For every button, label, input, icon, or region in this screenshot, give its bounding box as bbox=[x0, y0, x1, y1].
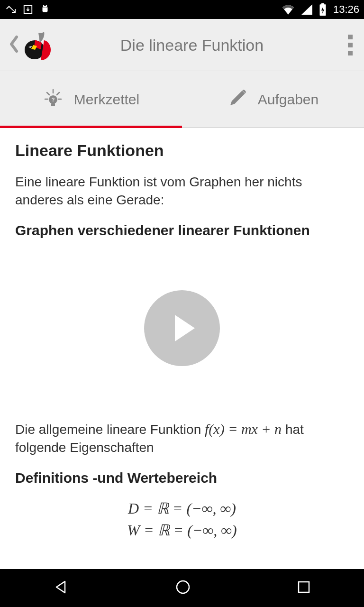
tab-merkzettel[interactable]: ? Merkzettel bbox=[0, 71, 182, 128]
formula-general: f(x) = mx + n bbox=[205, 421, 282, 437]
svg-line-15 bbox=[47, 92, 49, 95]
svg-line-16 bbox=[57, 92, 59, 95]
page-title: Die lineare Funktion bbox=[36, 36, 348, 55]
heading-domain-range: Definitions -und Wertebereich bbox=[15, 470, 349, 486]
general-function-paragraph: Die allgemeine lineare Funktion f(x) = m… bbox=[15, 420, 349, 457]
formula-range: W = ℝ = (−∞, ∞) bbox=[15, 519, 349, 541]
formula-domain-range: D = ℝ = (−∞, ∞) W = ℝ = (−∞, ∞) bbox=[15, 497, 349, 542]
tab-aufgaben[interactable]: Aufgaben bbox=[182, 71, 364, 128]
svg-text:?: ? bbox=[51, 97, 55, 102]
nav-recent-button[interactable] bbox=[295, 579, 312, 598]
video-placeholder bbox=[15, 250, 349, 406]
nav-home-button[interactable] bbox=[173, 578, 192, 598]
tab-label: Merkzettel bbox=[74, 92, 139, 108]
heading-graphs: Graphen verschiedener linearer Funktione… bbox=[15, 222, 349, 239]
lightbulb-icon: ? bbox=[43, 88, 64, 112]
pencil-icon bbox=[228, 88, 247, 111]
overflow-menu-button[interactable] bbox=[348, 35, 355, 55]
content-area[interactable]: Lineare Funktionen Eine lineare Funktion… bbox=[0, 128, 364, 569]
text-segment: Die allgemeine lineare Funktion bbox=[15, 422, 205, 437]
app-bar: Die lineare Funktion bbox=[0, 19, 364, 71]
svg-point-5 bbox=[44, 7, 45, 8]
svg-point-6 bbox=[46, 7, 46, 8]
nav-back-button[interactable] bbox=[52, 578, 71, 598]
play-button[interactable] bbox=[144, 290, 220, 366]
svg-rect-8 bbox=[321, 3, 325, 5]
wifi-icon bbox=[282, 4, 294, 15]
intro-paragraph: Eine lineare Funktion ist vom Graphen he… bbox=[15, 173, 349, 209]
svg-marker-20 bbox=[175, 315, 195, 341]
svg-marker-21 bbox=[56, 581, 65, 593]
svg-rect-13 bbox=[51, 103, 55, 106]
svg-point-22 bbox=[177, 581, 189, 593]
battery-charging-icon bbox=[319, 3, 327, 16]
heading-main: Lineare Funktionen bbox=[15, 141, 349, 160]
formula-domain: D = ℝ = (−∞, ∞) bbox=[15, 497, 349, 519]
svg-rect-2 bbox=[43, 8, 48, 12]
tab-label: Aufgaben bbox=[258, 92, 318, 108]
back-button[interactable] bbox=[9, 35, 19, 55]
signal-icon: R bbox=[301, 4, 312, 15]
system-nav-bar bbox=[0, 569, 364, 607]
status-bar: R 13:26 bbox=[0, 0, 364, 19]
roaming-indicator: R bbox=[303, 3, 307, 10]
tab-bar: ? Merkzettel Aufgaben bbox=[0, 71, 364, 128]
status-time: 13:26 bbox=[333, 3, 359, 16]
svg-rect-23 bbox=[299, 582, 309, 592]
adb-icon bbox=[40, 4, 50, 15]
missed-call-icon bbox=[5, 4, 16, 15]
download-icon bbox=[23, 4, 33, 15]
